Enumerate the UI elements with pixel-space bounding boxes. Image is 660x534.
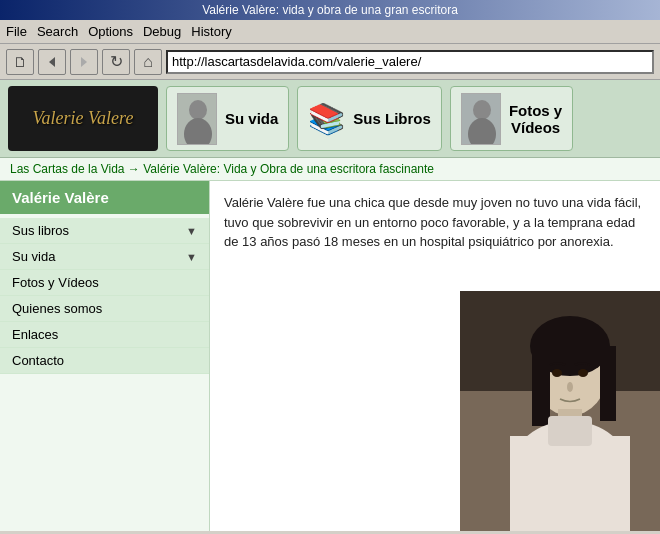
- svg-marker-0: [49, 57, 55, 67]
- tab-fotos-videos[interactable]: Fotos y Vídeos: [450, 86, 573, 151]
- content-area: Valérie Valère fue una chica que desde m…: [210, 181, 660, 531]
- new-button[interactable]: 🗋: [6, 49, 34, 75]
- portrait-image: [460, 291, 660, 531]
- sidebar-item-quienes[interactable]: Quienes somos: [0, 296, 209, 322]
- sidebar-item-sus-libros-label: Sus libros: [12, 223, 69, 238]
- sidebar-item-su-vida-label: Su vida: [12, 249, 55, 264]
- sidebar-arrow-sus-libros: ▼: [186, 225, 197, 237]
- address-bar[interactable]: [166, 50, 654, 74]
- svg-marker-1: [81, 57, 87, 67]
- tab-su-vida-label: Su vida: [225, 110, 278, 127]
- back-button[interactable]: [38, 49, 66, 75]
- tab-sus-libros-label: Sus Libros: [353, 110, 431, 127]
- svg-rect-19: [510, 436, 630, 531]
- sidebar-item-fotos[interactable]: Fotos y Vídeos: [0, 270, 209, 296]
- sidebar-item-fotos-label: Fotos y Vídeos: [12, 275, 99, 290]
- sidebar-item-contacto-label: Contacto: [12, 353, 64, 368]
- menu-bar: File Search Options Debug History: [0, 20, 660, 44]
- svg-rect-15: [532, 346, 550, 426]
- forward-button[interactable]: [70, 49, 98, 75]
- svg-point-6: [473, 100, 491, 120]
- breadcrumb-current[interactable]: Valérie Valère: Vida y Obra de una escri…: [143, 162, 434, 176]
- svg-point-22: [578, 369, 588, 377]
- main-layout: Valérie Valère Sus libros ▼ Su vida ▼ Fo…: [0, 181, 660, 531]
- svg-point-3: [189, 100, 207, 120]
- breadcrumb-separator: →: [128, 162, 143, 176]
- title-text: Valérie Valère: vida y obra de una gran …: [202, 3, 458, 17]
- menu-debug[interactable]: Debug: [143, 24, 181, 39]
- tab-su-vida-thumb: [177, 93, 217, 145]
- svg-point-23: [567, 382, 573, 392]
- tab-su-vida[interactable]: Su vida: [166, 86, 289, 151]
- sidebar-item-contacto[interactable]: Contacto: [0, 348, 209, 374]
- sidebar-title: Valérie Valère: [0, 181, 209, 214]
- tab-sus-libros[interactable]: 📚 Sus Libros: [297, 86, 442, 151]
- toolbar: 🗋 ↻ ⌂: [0, 44, 660, 80]
- svg-point-21: [552, 369, 562, 377]
- menu-history[interactable]: History: [191, 24, 231, 39]
- tab-sus-libros-icon: 📚: [308, 101, 345, 136]
- sidebar-item-enlaces[interactable]: Enlaces: [0, 322, 209, 348]
- sidebar-item-sus-libros[interactable]: Sus libros ▼: [0, 218, 209, 244]
- logo-text: Valerie Valere: [33, 108, 134, 129]
- sidebar: Valérie Valère Sus libros ▼ Su vida ▼ Fo…: [0, 181, 210, 531]
- breadcrumb-home[interactable]: Las Cartas de la Vida: [10, 162, 125, 176]
- title-bar: Valérie Valère: vida y obra de una gran …: [0, 0, 660, 20]
- site-logo[interactable]: Valerie Valere: [8, 86, 158, 151]
- svg-rect-20: [548, 416, 592, 446]
- sidebar-item-quienes-label: Quienes somos: [12, 301, 102, 316]
- breadcrumb: Las Cartas de la Vida → Valérie Valère: …: [0, 158, 660, 181]
- menu-options[interactable]: Options: [88, 24, 133, 39]
- reload-button[interactable]: ↻: [102, 49, 130, 75]
- menu-search[interactable]: Search: [37, 24, 78, 39]
- nav-header: Valerie Valere Su vida 📚 Sus Libros Foto…: [0, 80, 660, 158]
- sidebar-item-enlaces-label: Enlaces: [12, 327, 58, 342]
- home-button[interactable]: ⌂: [134, 49, 162, 75]
- svg-rect-16: [600, 346, 616, 421]
- tab-fotos-thumb: [461, 93, 501, 145]
- sidebar-item-su-vida[interactable]: Su vida ▼: [0, 244, 209, 270]
- menu-file[interactable]: File: [6, 24, 27, 39]
- content-text: Valérie Valère fue una chica que desde m…: [224, 193, 646, 252]
- tab-fotos-videos-label: Fotos y Vídeos: [509, 102, 562, 136]
- sidebar-arrow-su-vida: ▼: [186, 251, 197, 263]
